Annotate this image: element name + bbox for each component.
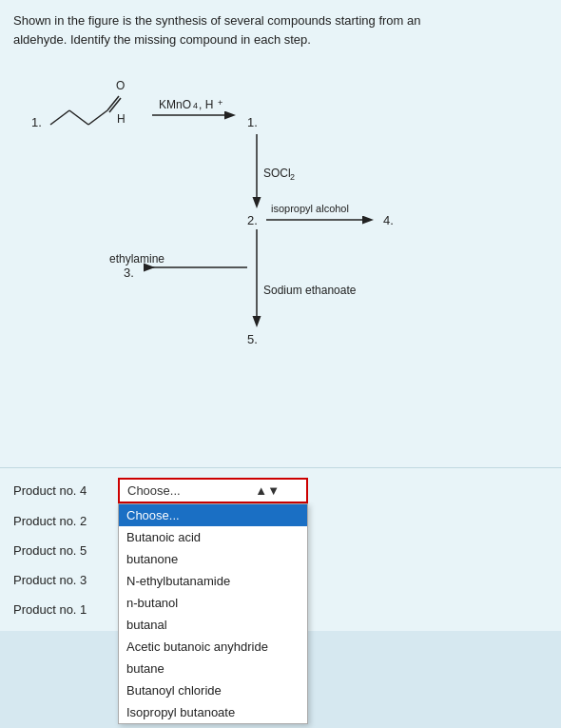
product2-label: Product no. 2 — [13, 514, 118, 528]
reagent3-label: isopropyl alcohol — [271, 203, 349, 214]
description-line2: aldehyde. Identify the missing compound … — [13, 32, 311, 47]
step1-right-label: 1. — [247, 115, 258, 129]
dropdown-item-nbutanol[interactable]: n-butanol — [119, 592, 307, 614]
dropdown-item-nethyl[interactable]: N-ethylbutanamide — [119, 570, 307, 592]
product4-dropdown-list: Choose... Butanoic acid butanone N-ethyl… — [118, 503, 308, 724]
reagent2-label: SOCl — [263, 167, 291, 180]
svg-line-0 — [50, 110, 69, 125]
step4-label: 4. — [383, 213, 394, 227]
product4-selected-value: Choose... — [127, 483, 181, 498]
svg-text:4: 4 — [193, 101, 198, 110]
reagent4-label: ethylamine — [109, 252, 164, 266]
chevron-down-icon: ▲▼ — [255, 483, 280, 498]
dropdown-item-acetic[interactable]: Acetic butanoic anyhdride — [119, 636, 307, 658]
svg-text:O: O — [116, 79, 125, 92]
product4-dropdown-container[interactable]: Choose... ▲▼ Choose... Butanoic acid but… — [118, 478, 308, 503]
reagent5-label: Sodium ethanoate — [263, 284, 357, 297]
synthesis-diagram: 1. O H KMnO 4 , H + — [14, 58, 547, 458]
svg-text:H: H — [117, 112, 126, 126]
dropdown-item-butanoic[interactable]: Butanoic acid — [119, 526, 307, 548]
product5-label: Product no. 5 — [13, 543, 118, 558]
product1-label: Product no. 1 — [13, 602, 118, 617]
step2-label: 2. — [247, 213, 258, 227]
dropdown-item-butane[interactable]: butane — [119, 658, 307, 679]
aldehyde-structure: O H — [50, 79, 126, 126]
reagent1-label: KMnO — [159, 98, 191, 111]
bottom-panel: Product no. 4 Choose... ▲▼ Choose... But… — [0, 468, 561, 631]
description: Shown in the figure is the synthesis of … — [13, 11, 548, 49]
dropdown-item-choose[interactable]: Choose... — [119, 504, 307, 526]
step5-label: 5. — [247, 332, 258, 346]
product4-label: Product no. 4 — [13, 483, 118, 498]
svg-line-2 — [88, 110, 107, 125]
step1-left-label: 1. — [31, 115, 42, 129]
svg-line-1 — [69, 110, 88, 125]
product3-label: Product no. 3 — [13, 573, 118, 587]
dropdown-item-butanoyl[interactable]: Butanoyl chloride — [119, 679, 307, 701]
product4-row: Product no. 4 Choose... ▲▼ Choose... But… — [13, 478, 548, 503]
description-line1: Shown in the figure is the synthesis of … — [13, 13, 421, 28]
dropdown-item-butanone[interactable]: butanone — [119, 548, 307, 570]
product4-select[interactable]: Choose... ▲▼ — [118, 478, 308, 503]
dropdown-item-butanal[interactable]: butanal — [119, 614, 307, 636]
dropdown-item-isopropyl[interactable]: Isopropyl butanoate — [119, 701, 307, 723]
step3-label: 3. — [124, 266, 134, 280]
svg-text:2: 2 — [290, 172, 295, 182]
svg-text:+: + — [218, 98, 222, 108]
svg-text:, H: , H — [199, 98, 213, 111]
